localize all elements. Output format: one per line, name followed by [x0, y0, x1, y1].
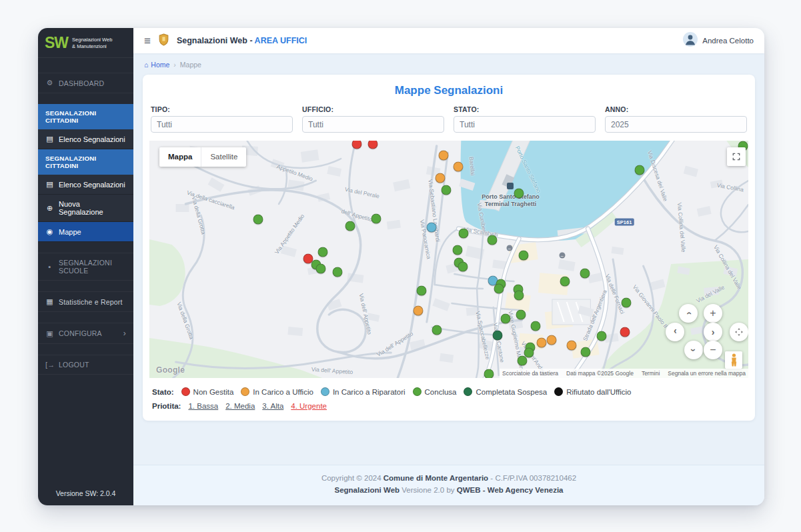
- map-marker-conclusa[interactable]: [519, 250, 529, 260]
- map-marker-in-carico-ufficio[interactable]: [414, 305, 424, 315]
- pan-left-button[interactable]: ›: [666, 323, 684, 341]
- map-marker-conclusa[interactable]: [332, 267, 342, 277]
- legend-item-conclusa: Conclusa: [413, 387, 457, 396]
- filter-ufficio-select[interactable]: [302, 116, 444, 133]
- pan-down-button[interactable]: ›: [684, 341, 703, 359]
- breadcrumb-home-link[interactable]: ⌂ Home: [144, 61, 169, 69]
- map-marker-conclusa[interactable]: [416, 285, 426, 295]
- fullscreen-button[interactable]: [727, 147, 746, 166]
- map-marker-conclusa[interactable]: [580, 347, 590, 357]
- attr-shortcuts[interactable]: Scorciatoie da tastiera: [502, 370, 558, 377]
- sidebar-item-segnalazioni-cittadini[interactable]: SEGNALAZIONI CITTADINI: [38, 104, 133, 129]
- sidebar-item-segnalazioni-cittadini[interactable]: SEGNALAZIONI CITTADINI: [38, 149, 133, 175]
- pan-up-button[interactable]: ›: [679, 304, 698, 323]
- sidebar-item-segnalazioni-scuole[interactable]: ▪SEGNALAZIONI SCUOLE: [38, 253, 133, 281]
- map-type-map-button[interactable]: Mappa: [159, 147, 201, 167]
- map-marker-conclusa[interactable]: [501, 314, 511, 324]
- map[interactable]: Via della cacciarellaVia della GrottaVia…: [149, 141, 748, 378]
- map-marker-non-gestita[interactable]: [620, 327, 630, 337]
- sidebar-item-elenco-segnalazioni[interactable]: ▤Elenco Segnalazioni: [38, 129, 133, 149]
- map-marker-in-carico-riparatori[interactable]: [426, 222, 436, 232]
- map-marker-conclusa[interactable]: [442, 185, 452, 195]
- attr-terms-link[interactable]: Termini: [642, 370, 660, 377]
- footer-text: Versione 2.0 by: [399, 486, 457, 494]
- sidebar-item-nuova-segnalazione[interactable]: ⊕Nuova Segnalazione: [38, 195, 133, 222]
- filter-anno-select[interactable]: [605, 116, 747, 133]
- attr-report-link[interactable]: Segnala un errore nella mappa: [668, 370, 746, 377]
- map-marker-conclusa[interactable]: [531, 321, 541, 331]
- map-marker-conclusa[interactable]: [315, 263, 325, 273]
- footer-text: Segnalazioni Web: [335, 486, 400, 494]
- pan-mode-button[interactable]: [730, 323, 748, 341]
- sidebar-item-label: Elenco Segnalazioni: [59, 181, 125, 189]
- map-marker-completata-sospesa[interactable]: [492, 330, 502, 340]
- sidebar-item-dashboard[interactable]: ⚙DASHBOARD: [38, 73, 133, 93]
- priority-links: 1. Bassa2. Media3. Alta4. Urgente: [188, 402, 327, 410]
- sidebar-item-mappe[interactable]: ◉Mappe: [38, 222, 133, 242]
- map-marker-conclusa[interactable]: [580, 269, 590, 279]
- priority-link-4-urgente[interactable]: 4. Urgente: [291, 402, 327, 410]
- map-type-satellite-button[interactable]: Satellite: [201, 147, 246, 167]
- map-marker-in-carico-ufficio[interactable]: [546, 335, 556, 345]
- street-view-pegman[interactable]: [725, 351, 742, 369]
- map-marker-conclusa[interactable]: [516, 309, 526, 319]
- map-marker-conclusa[interactable]: [514, 189, 524, 199]
- legend-label: Non Gestita: [193, 388, 234, 396]
- map-marker-conclusa[interactable]: [432, 325, 442, 335]
- map-marker-conclusa[interactable]: [487, 235, 497, 245]
- app-logo[interactable]: SW Segnalazioni Web & Manutenzioni: [38, 28, 133, 58]
- map-marker-conclusa[interactable]: [596, 331, 606, 341]
- map-marker-conclusa[interactable]: [345, 221, 355, 231]
- map-marker-conclusa[interactable]: [371, 214, 381, 224]
- map-marker-conclusa[interactable]: [458, 262, 468, 272]
- map-marker-conclusa[interactable]: [458, 228, 468, 238]
- map-marker-conclusa[interactable]: [514, 291, 524, 301]
- priority-link-3-alta[interactable]: 3. Alta: [262, 402, 283, 410]
- legend-label: Rifiutato dall'Ufficio: [566, 388, 631, 396]
- menu-toggle-icon[interactable]: ≡: [144, 35, 151, 47]
- map-marker-conclusa[interactable]: [253, 214, 263, 224]
- map-marker-in-carico-ufficio[interactable]: [537, 337, 547, 347]
- legend-item-rifiutato: Rifiutato dall'Ufficio: [554, 387, 631, 396]
- pan-icon: [734, 327, 744, 337]
- map-marker-conclusa[interactable]: [560, 277, 570, 287]
- sidebar-item-configura[interactable]: ▣CONFIGURA›: [38, 323, 133, 344]
- dashboard-icon: ⚙: [45, 79, 54, 87]
- logo-line2: & Manutenzioni: [72, 43, 107, 49]
- zoom-out-button[interactable]: −: [704, 341, 722, 359]
- school-icon: ▪: [45, 263, 54, 271]
- map-marker-conclusa[interactable]: [318, 247, 328, 257]
- breadcrumb: ⌂ Home › Mappe: [143, 59, 755, 75]
- zoom-in-button[interactable]: +: [704, 304, 722, 323]
- priority-link-2-media[interactable]: 2. Media: [225, 402, 255, 410]
- sidebar-item-statistiche-e-report[interactable]: ▦Statistiche e Report: [38, 291, 133, 312]
- user-menu[interactable]: Andrea Celotto: [683, 32, 754, 49]
- sidebar-item-label: DASHBOARD: [59, 79, 104, 87]
- filter-stato-select[interactable]: [454, 116, 596, 133]
- map-marker-in-carico-ufficio[interactable]: [567, 340, 577, 350]
- map-marker-conclusa[interactable]: [518, 356, 528, 366]
- legend-label: In Carico a Riparatori: [333, 388, 406, 396]
- main-area: ≡ Segnalazioni Web - AREA UFFICI Andrea …: [133, 28, 764, 505]
- priority-legend-label: Priotita:: [152, 402, 181, 410]
- map-marker-conclusa[interactable]: [494, 284, 504, 294]
- one-way-sign-icon: –: [506, 245, 512, 251]
- map-marker-in-carico-ufficio[interactable]: [435, 173, 445, 183]
- map-marker-conclusa[interactable]: [453, 245, 463, 255]
- map-marker-in-carico-ufficio[interactable]: [454, 162, 464, 172]
- footer-copyright-line: Copyright © 2024 Comune di Monte Argenta…: [139, 473, 759, 485]
- map-marker-conclusa[interactable]: [621, 298, 631, 308]
- map-marker-conclusa[interactable]: [484, 369, 494, 378]
- sidebar-item-elenco-segnalazioni[interactable]: ▤Elenco Segnalazioni: [38, 175, 133, 195]
- sidebar-item-logout[interactable]: [→LOGOUT: [38, 355, 133, 375]
- content-area: ⌂ Home › Mappe Mappe Segnalazioni TIPO:U…: [133, 53, 764, 465]
- filter-tipo-select[interactable]: [151, 116, 293, 133]
- priority-link-1-bassa[interactable]: 1. Bassa: [188, 402, 218, 410]
- pan-right-button[interactable]: ›: [704, 323, 722, 341]
- fullscreen-icon: [732, 152, 741, 161]
- map-marker-in-carico-ufficio[interactable]: [438, 151, 448, 161]
- footer-credits-line: Segnalazioni Web Versione 2.0 by QWEB - …: [139, 485, 759, 497]
- map-marker-conclusa[interactable]: [634, 165, 644, 175]
- road-shield: SP161: [615, 219, 634, 226]
- filter-ufficio: UFFICIO:: [302, 105, 444, 133]
